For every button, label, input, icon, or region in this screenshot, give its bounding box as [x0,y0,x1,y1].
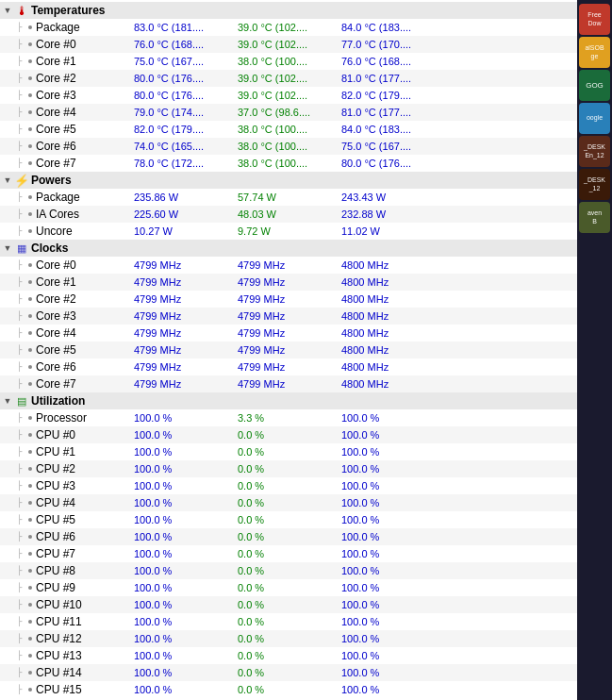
util-row: ├ CPU #1 100.0 % 0.0 % 100.0 % [0,443,577,460]
value-current: 4799 MHz [130,378,234,390]
value-current: 100.0 % [130,599,234,610]
value-min: 4799 MHz [234,361,338,373]
sidebar-icon-0[interactable]: Free Dow [579,4,610,35]
value-current: 100.0 % [130,429,234,441]
value-current: 225.60 W [130,208,234,220]
value-max: 84.0 °C (183.... [338,124,441,135]
dot-icon [28,671,32,675]
value-min: 38.0 °C (100.... [234,56,338,67]
row-label: CPU #5 [36,513,130,526]
dot-icon [28,365,32,369]
value-max: 100.0 % [338,616,441,627]
value-min: 0.0 % [234,429,338,441]
row-label: CPU #15 [36,683,130,696]
dot-icon [28,382,32,386]
value-max: 100.0 % [338,548,441,559]
value-min: 37.0 °C (98.6.... [234,107,338,118]
sidebar-icon-5[interactable]: _DESK _12 [579,169,610,200]
sidebar-icon-1[interactable]: alSOB ge [579,37,610,68]
clock-row: ├ Core #3 4799 MHz 4799 MHz 4800 MHz [0,308,577,325]
value-min: 39.0 °C (102.... [234,39,338,50]
value-min: 0.0 % [234,684,338,695]
dot-icon [28,297,32,301]
util-row: ├ CPU #4 100.0 % 0.0 % 100.0 % [0,494,577,511]
value-current: 79.0 °C (174.... [130,107,234,118]
temp-row: ├ Core #5 82.0 °C (179.... 38.0 °C (100.… [0,121,577,138]
value-min: 0.0 % [234,650,338,661]
tree-container: ▼ 🌡 Temperatures ├ Package 83.0 °C (181.… [0,0,577,700]
value-min: 39.0 °C (102.... [234,73,338,84]
value-min: 0.0 % [234,514,338,525]
dot-icon [28,433,32,437]
row-label: Core #3 [36,89,130,102]
util-row: ├ CPU #5 100.0 % 0.0 % 100.0 % [0,511,577,528]
value-max: 232.88 W [338,208,441,220]
main-panel[interactable]: ▼ 🌡 Temperatures ├ Package 83.0 °C (181.… [0,0,577,700]
value-min: 0.0 % [234,667,338,678]
row-label: IA Cores [36,208,130,221]
clocks-section-header[interactable]: ▼ ▦ Clocks [0,240,577,257]
sidebar-icon-2[interactable]: GOG [579,70,610,101]
sidebar: Free DowalSOB geGOGoogle_DESK En_12_DESK… [577,0,612,700]
util-row: ├ CPU #12 100.0 % 0.0 % 100.0 % [0,630,577,647]
util-row: ├ CPU #9 100.0 % 0.0 % 100.0 % [0,579,577,596]
dot-icon [28,535,32,539]
util-row: ├ CPU #15 100.0 % 0.0 % 100.0 % [0,681,577,698]
sidebar-icon-3[interactable]: oogle [579,103,610,134]
value-max: 100.0 % [338,446,441,458]
value-min: 0.0 % [234,565,338,576]
dot-icon [28,552,32,556]
temperatures-section-header[interactable]: ▼ 🌡 Temperatures [0,2,577,19]
dot-icon [28,127,32,131]
dot-icon [28,314,32,318]
row-label: CPU #3 [36,479,130,492]
util-row: ├ CPU #14 100.0 % 0.0 % 100.0 % [0,664,577,681]
power-row: ├ Uncore 10.27 W 9.72 W 11.02 W [0,223,577,240]
dot-icon [28,569,32,573]
value-current: 100.0 % [130,497,234,508]
util-row: ├ Processor 100.0 % 3.3 % 100.0 % [0,409,577,426]
dot-icon [28,416,32,420]
row-label: Core #6 [36,360,130,374]
value-min: 38.0 °C (100.... [234,158,338,169]
expand-icon[interactable]: ▼ [2,5,13,16]
row-label: CPU #1 [36,445,130,458]
value-min: 0.0 % [234,531,338,542]
row-label: Package [36,21,130,34]
value-current: 100.0 % [130,667,234,678]
sidebar-icon-6[interactable]: aven B [579,202,610,233]
value-current: 235.86 W [130,192,234,203]
temp-row: ├ Core #7 78.0 °C (172.... 38.0 °C (100.… [0,155,577,172]
value-max: 100.0 % [338,667,441,678]
util-row: ├ CPU #7 100.0 % 0.0 % 100.0 % [0,545,577,562]
powers-section-header[interactable]: ▼ ⚡ Powers [0,172,577,189]
value-current: 100.0 % [130,650,234,661]
value-max: 100.0 % [338,650,441,661]
row-label: Core #4 [36,326,130,340]
value-max: 243.43 W [338,192,441,203]
value-min: 39.0 °C (102.... [234,90,338,101]
value-max: 82.0 °C (179.... [338,90,441,101]
value-current: 10.27 W [130,225,234,237]
utilization-label: Utilization [31,394,125,408]
clock-icon: ▦ [15,242,28,255]
sidebar-icon-4[interactable]: _DESK En_12 [579,136,610,167]
utilization-section-header[interactable]: ▼ ▤ Utilization [0,392,577,409]
thermometer-icon: 🌡 [15,4,28,17]
expand-icon[interactable]: ▼ [2,175,13,186]
clock-row: ├ Core #1 4799 MHz 4799 MHz 4800 MHz [0,274,577,291]
utilization-icon: ▤ [15,394,28,408]
value-min: 0.0 % [234,497,338,508]
expand-icon[interactable]: ▼ [2,242,13,254]
value-min: 4799 MHz [234,378,338,390]
value-current: 4799 MHz [130,327,234,339]
value-max: 77.0 °C (170.... [338,39,441,50]
value-min: 0.0 % [234,582,338,593]
row-label: Processor [36,411,130,425]
value-max: 4800 MHz [338,327,441,339]
value-min: 9.72 W [234,225,338,237]
expand-icon[interactable]: ▼ [2,395,13,407]
dot-icon [28,212,32,216]
dot-icon [28,161,32,165]
temp-row: ├ Package 83.0 °C (181.... 39.0 °C (102.… [0,19,577,36]
